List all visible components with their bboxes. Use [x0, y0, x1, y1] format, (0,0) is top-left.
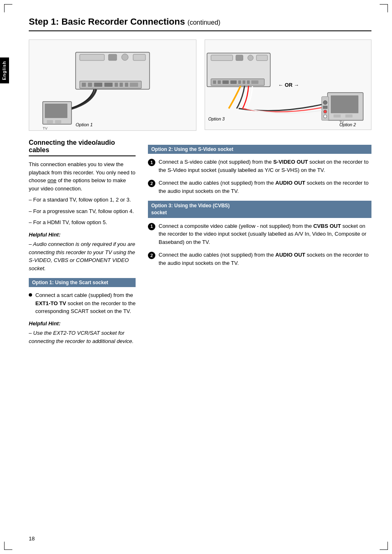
- sidebar-english: English: [0, 58, 9, 83]
- option1-hint-label: Helpful Hint:: [29, 320, 136, 328]
- step-number-3: 1: [148, 223, 155, 230]
- svg-text:Option 1: Option 1: [76, 122, 93, 127]
- svg-rect-25: [256, 55, 267, 60]
- right-column: Option 2: Using the S-Video socket 1 Con…: [148, 139, 371, 349]
- diagram-options-23: Option 3 ← OR → TV: [205, 39, 371, 131]
- option3-step2-text: Connect the audio cables (not supplied) …: [159, 251, 371, 267]
- helpful-hint-text: – Audio connection is only required if y…: [29, 240, 136, 272]
- svg-rect-2: [108, 54, 117, 60]
- svg-rect-1: [80, 54, 104, 60]
- svg-point-3: [122, 54, 128, 60]
- svg-rect-13: [130, 83, 138, 87]
- step-number-4: 2: [148, 252, 155, 259]
- svg-text:← OR →: ← OR →: [278, 82, 299, 88]
- svg-rect-6: [82, 83, 86, 87]
- option2-step1: 1 Connect a S-video cable (not supplied)…: [148, 158, 371, 174]
- svg-rect-45: [323, 106, 328, 109]
- svg-text:TV: TV: [43, 126, 48, 130]
- svg-rect-34: [251, 80, 258, 84]
- intro-para: This connection enables you to view the …: [29, 160, 136, 192]
- svg-rect-39: [331, 95, 358, 113]
- svg-rect-41: [345, 114, 352, 118]
- svg-rect-4: [133, 54, 145, 60]
- svg-rect-8: [94, 83, 102, 87]
- diagram-options-23-box: Option 3 ← OR → TV: [205, 39, 371, 130]
- option2-step1-text: Connect a S-video cable (not supplied) f…: [159, 158, 371, 174]
- svg-rect-11: [120, 83, 123, 87]
- svg-point-44: [323, 100, 327, 104]
- step-number-2: 2: [148, 180, 155, 187]
- page-title: Step 1: Basic Recorder Connections (cont…: [29, 16, 371, 31]
- corner-bl: [4, 542, 12, 550]
- option3-box: Option 3: Using the Video (CVBS) socket: [148, 201, 371, 218]
- svg-rect-10: [115, 83, 118, 87]
- step-number-1: 1: [148, 159, 155, 166]
- svg-rect-7: [88, 83, 92, 87]
- svg-rect-28: [218, 80, 221, 84]
- page-number: 18: [29, 535, 35, 542]
- option3-step1-text: Connect a composite video cable (yellow …: [159, 222, 371, 246]
- diagram-option1: Option 1 TV: [29, 39, 196, 131]
- bullet-progressive-tv: – For a progressive scan TV, follow opti…: [29, 207, 136, 216]
- helpful-hint-label: Helpful Hint:: [29, 231, 136, 239]
- svg-rect-40: [334, 114, 341, 118]
- corner-tl: [4, 4, 12, 12]
- corner-br: [380, 542, 388, 550]
- corner-tr: [380, 4, 388, 12]
- svg-point-46: [324, 110, 327, 114]
- svg-text:Option 3: Option 3: [208, 116, 225, 121]
- svg-rect-31: [238, 80, 241, 84]
- option1-step-text: Connect a scart cable (supplied) from th…: [35, 291, 136, 315]
- option3-step2: 2 Connect the audio cables (not supplied…: [148, 251, 371, 267]
- svg-point-47: [324, 115, 327, 118]
- svg-rect-30: [231, 80, 237, 84]
- diagram-area: Option 1 TV: [29, 39, 371, 131]
- svg-text:Option 2: Option 2: [339, 122, 356, 127]
- main-content: Connecting the video/audio cables This c…: [29, 139, 371, 349]
- option1-box: Option 1: Using the Scart socket: [29, 278, 136, 287]
- svg-rect-23: [236, 55, 243, 60]
- svg-rect-9: [104, 83, 113, 87]
- svg-rect-27: [213, 80, 216, 84]
- svg-rect-32: [242, 80, 245, 84]
- svg-rect-22: [211, 55, 233, 60]
- bullet-hdmi-tv: – For a HDMI TV, follow option 5.: [29, 218, 136, 227]
- svg-rect-16: [45, 104, 67, 118]
- option2-step2: 2 Connect the audio cables (not supplied…: [148, 179, 371, 195]
- svg-point-24: [248, 55, 253, 60]
- option2-box: Option 2: Using the S-Video socket: [148, 145, 371, 154]
- svg-rect-33: [247, 80, 250, 84]
- svg-rect-29: [222, 80, 228, 84]
- option1-step: Connect a scart cable (supplied) from th…: [29, 291, 136, 315]
- option3-step1: 1 Connect a composite video cable (yello…: [148, 222, 371, 246]
- connecting-cables-title: Connecting the video/audio cables: [29, 139, 136, 156]
- svg-rect-18: [55, 120, 61, 123]
- svg-rect-17: [47, 120, 53, 123]
- svg-rect-12: [125, 83, 128, 87]
- option1-hint-text: – Use the EXT2-TO VCR/SAT socket for con…: [29, 329, 136, 345]
- option2-step2-text: Connect the audio cables (not supplied) …: [159, 179, 371, 195]
- bullet-dot: [29, 293, 32, 297]
- page-container: English Step 1: Basic Recorder Connectio…: [0, 0, 392, 554]
- bullet-standard-tv: – For a standard TV, follow option 1, 2 …: [29, 196, 136, 204]
- left-column: Connecting the video/audio cables This c…: [29, 139, 136, 349]
